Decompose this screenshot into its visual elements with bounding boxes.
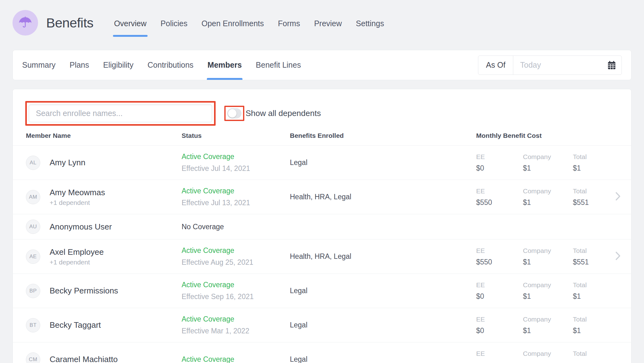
member-name-block: Amy Meowmas+1 dependent xyxy=(50,188,105,206)
status-text: Active Coverage xyxy=(182,187,290,195)
search-annotation-box xyxy=(25,101,216,126)
member-cell: AEAxel Employee+1 dependent xyxy=(26,247,182,266)
member-cell: CMCaramel Machiatto xyxy=(26,352,182,363)
top-nav-item-policies[interactable]: Policies xyxy=(161,19,188,28)
subnav-tab-members[interactable]: Members xyxy=(207,50,242,80)
cost-value-ee: $550 xyxy=(476,198,523,207)
table-row-anonymous-user[interactable]: AUAnonymous UserNo Coverage xyxy=(13,214,631,240)
calendar-icon[interactable] xyxy=(606,61,622,70)
member-cell: BPBecky Permissions xyxy=(26,284,182,298)
table-header: Member Name Status Benefits Enrolled Mon… xyxy=(13,126,631,146)
dependents-count: +1 dependent xyxy=(50,199,105,206)
cost-total: Total$1 xyxy=(573,281,608,301)
top-nav-item-forms[interactable]: Forms xyxy=(278,19,300,28)
top-nav-item-preview[interactable]: Preview xyxy=(314,19,342,28)
cost-label-company: Company xyxy=(523,350,573,357)
toggle-knob xyxy=(228,109,237,118)
cost-value-company: $1 xyxy=(523,164,573,172)
table-row-becky-permissions[interactable]: BPBecky PermissionsActive CoverageEffect… xyxy=(13,274,631,308)
benefits-enrolled: Health, HRA, Legal xyxy=(290,252,351,260)
subnav-tab-label: Summary xyxy=(22,60,56,70)
cost-ee: EE$0 xyxy=(476,153,523,172)
cost-label-company: Company xyxy=(523,187,573,195)
status-text: Active Coverage xyxy=(182,152,290,161)
chevron-cell xyxy=(608,251,621,262)
show-dependents-toggle[interactable] xyxy=(227,108,242,119)
table-row-becky-taggart[interactable]: BTBecky TaggartActive CoverageEffective … xyxy=(13,308,631,342)
top-nav-item-overview[interactable]: Overview xyxy=(114,19,146,28)
effective-date: Effective Jul 13, 2021 xyxy=(182,199,290,207)
member-name-block: Caramel Machiatto xyxy=(50,355,118,363)
cost-total: Total$551 xyxy=(573,187,608,207)
subnav-tab-contributions[interactable]: Contributions xyxy=(148,50,193,80)
member-name: Anonymous User xyxy=(50,222,112,232)
member-cell: ALAmy Lynn xyxy=(26,156,182,170)
subnav-tab-label: Benefit Lines xyxy=(256,60,301,70)
cost-value-ee: $0 xyxy=(476,292,523,301)
member-name: Caramel Machiatto xyxy=(50,355,118,363)
cost-label-total: Total xyxy=(573,316,608,323)
table-row-amy-meowmas[interactable]: AMAmy Meowmas+1 dependentActive Coverage… xyxy=(13,180,631,214)
subnav-tabs: SummaryPlansEligibilityContributionsMemb… xyxy=(22,50,301,80)
cost-label-total: Total xyxy=(573,281,608,289)
top-nav-item-label: Settings xyxy=(356,19,384,28)
member-name: Amy Lynn xyxy=(50,158,85,167)
avatar: BP xyxy=(26,284,40,298)
search-input[interactable] xyxy=(29,104,212,122)
cost-value-total: $551 xyxy=(573,258,608,266)
avatar: AM xyxy=(26,190,40,204)
status-cell: Active CoverageEffective Mar 1, 2022 xyxy=(182,315,290,335)
cost-ee: EE$0 xyxy=(476,281,523,301)
chevron-right-icon[interactable] xyxy=(615,251,621,262)
chevron-right-icon[interactable] xyxy=(615,192,621,202)
cost-label-ee: EE xyxy=(476,316,523,323)
cost-label-total: Total xyxy=(573,247,608,254)
avatar: BT xyxy=(26,318,40,332)
member-name-block: Amy Lynn xyxy=(50,158,85,167)
table-row-amy-lynn[interactable]: ALAmy LynnActive CoverageEffective Jul 1… xyxy=(13,146,631,180)
top-nav-item-label: Preview xyxy=(314,19,342,28)
subnav-tab-benefit-lines[interactable]: Benefit Lines xyxy=(256,50,301,80)
cost-label-ee: EE xyxy=(476,350,523,357)
benefits-enrolled: Legal xyxy=(290,321,307,329)
costs-cell: EE$0Company$1Total$1 xyxy=(476,316,608,335)
top-nav-item-open-enrollments[interactable]: Open Enrollments xyxy=(202,19,264,28)
benefits-enrolled: Legal xyxy=(290,355,307,363)
top-nav-item-label: Overview xyxy=(114,19,146,28)
avatar: AE xyxy=(26,249,40,264)
umbrella-icon xyxy=(18,16,32,30)
subnav-card: SummaryPlansEligibilityContributionsMemb… xyxy=(12,50,632,80)
as-of-date-input[interactable] xyxy=(513,60,606,70)
cost-label-ee: EE xyxy=(476,247,523,254)
toggle-annotation-box xyxy=(224,106,244,121)
effective-date: Effective Jul 14, 2021 xyxy=(182,164,290,173)
cost-value-company: $1 xyxy=(523,327,573,335)
subnav-tab-plans[interactable]: Plans xyxy=(70,50,89,80)
cost-value-ee: $0 xyxy=(476,327,523,335)
subnav-tab-summary[interactable]: Summary xyxy=(22,50,56,80)
cost-label-company: Company xyxy=(523,247,573,254)
benefits-cell: Legal xyxy=(290,321,476,329)
benefits-cell: Legal xyxy=(290,355,476,363)
cost-value-total xyxy=(573,361,608,363)
cost-value-total: $551 xyxy=(573,198,608,207)
avatar: AU xyxy=(26,220,40,234)
status-cell: Active CoverageEffective Jul 13, 2021 xyxy=(182,187,290,207)
effective-date: Effective Aug 25, 2021 xyxy=(182,258,290,267)
top-nav-item-settings[interactable]: Settings xyxy=(356,19,384,28)
cost-label-company: Company xyxy=(523,281,573,289)
column-header-benefits-enrolled: Benefits Enrolled xyxy=(290,132,476,139)
member-name-block: Becky Taggart xyxy=(50,320,101,330)
dependents-count: +1 dependent xyxy=(50,259,104,266)
cost-company: Company xyxy=(523,350,573,363)
app-header: Benefits OverviewPoliciesOpen Enrollment… xyxy=(0,0,644,36)
cost-company: Company$1 xyxy=(523,153,573,172)
top-nav-item-label: Forms xyxy=(278,19,300,28)
cost-company: Company$1 xyxy=(523,187,573,207)
status-cell: Active CoverageEffective Jul 14, 2021 xyxy=(182,152,290,173)
subnav-tab-eligibility[interactable]: Eligibility xyxy=(103,50,134,80)
status-text: Active Coverage xyxy=(182,355,290,363)
table-row-caramel-machiatto[interactable]: CMCaramel MachiattoActive CoverageLegalE… xyxy=(13,342,631,363)
table-row-axel-employee[interactable]: AEAxel Employee+1 dependentActive Covera… xyxy=(13,240,631,274)
member-cell: AMAmy Meowmas+1 dependent xyxy=(26,188,182,206)
